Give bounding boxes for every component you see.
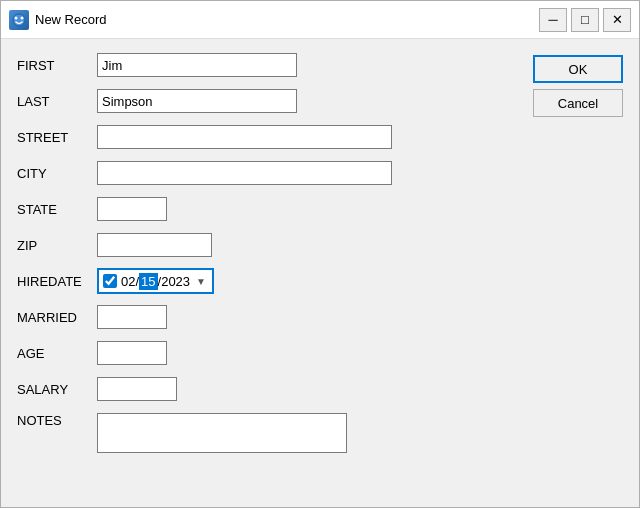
window-icon	[9, 10, 29, 30]
title-bar: New Record ─ □ ✕	[1, 1, 639, 39]
cancel-button[interactable]: Cancel	[533, 89, 623, 117]
salary-label: SALARY	[17, 382, 97, 397]
window-controls: ─ □ ✕	[539, 8, 631, 32]
buttons-section: OK Cancel	[533, 51, 623, 495]
first-row: FIRST	[17, 51, 521, 79]
notes-label: NOTES	[17, 413, 97, 428]
city-label: CITY	[17, 166, 97, 181]
last-input[interactable]	[97, 89, 297, 113]
minimize-button[interactable]: ─	[539, 8, 567, 32]
salary-input[interactable]	[97, 377, 177, 401]
hiredate-container[interactable]: 02/15/2023 ▼	[97, 268, 214, 294]
state-label: STATE	[17, 202, 97, 217]
maximize-button[interactable]: □	[571, 8, 599, 32]
age-label: AGE	[17, 346, 97, 361]
notes-row: NOTES	[17, 411, 521, 453]
married-label: MARRIED	[17, 310, 97, 325]
age-input[interactable]	[97, 341, 167, 365]
hiredate-dropdown-icon[interactable]: ▼	[194, 276, 208, 287]
married-input[interactable]	[97, 305, 167, 329]
last-label: LAST	[17, 94, 97, 109]
hiredate-day[interactable]: 15	[139, 273, 157, 290]
state-input[interactable]	[97, 197, 167, 221]
close-button[interactable]: ✕	[603, 8, 631, 32]
hiredate-text: 02/15/2023	[121, 273, 190, 290]
last-row: LAST	[17, 87, 521, 115]
svg-point-2	[21, 16, 24, 19]
hiredate-label: HIREDATE	[17, 274, 97, 289]
hiredate-checkbox[interactable]	[103, 274, 117, 288]
city-row: CITY	[17, 159, 521, 187]
married-row: MARRIED	[17, 303, 521, 331]
zip-row: ZIP	[17, 231, 521, 259]
form-content: FIRST LAST STREET CITY STATE	[1, 39, 639, 507]
age-row: AGE	[17, 339, 521, 367]
ok-button[interactable]: OK	[533, 55, 623, 83]
svg-point-1	[15, 16, 18, 19]
city-input[interactable]	[97, 161, 392, 185]
zip-input[interactable]	[97, 233, 212, 257]
new-record-window: New Record ─ □ ✕ FIRST LAST STREET	[0, 0, 640, 508]
street-input[interactable]	[97, 125, 392, 149]
state-row: STATE	[17, 195, 521, 223]
first-input[interactable]	[97, 53, 297, 77]
street-row: STREET	[17, 123, 521, 151]
zip-label: ZIP	[17, 238, 97, 253]
window-title: New Record	[35, 12, 539, 27]
notes-input[interactable]	[97, 413, 347, 453]
salary-row: SALARY	[17, 375, 521, 403]
hiredate-year: /2023	[158, 274, 191, 289]
hiredate-row: HIREDATE 02/15/2023 ▼	[17, 267, 521, 295]
first-label: FIRST	[17, 58, 97, 73]
street-label: STREET	[17, 130, 97, 145]
hiredate-month: 02/	[121, 274, 139, 289]
form-section: FIRST LAST STREET CITY STATE	[17, 51, 521, 495]
